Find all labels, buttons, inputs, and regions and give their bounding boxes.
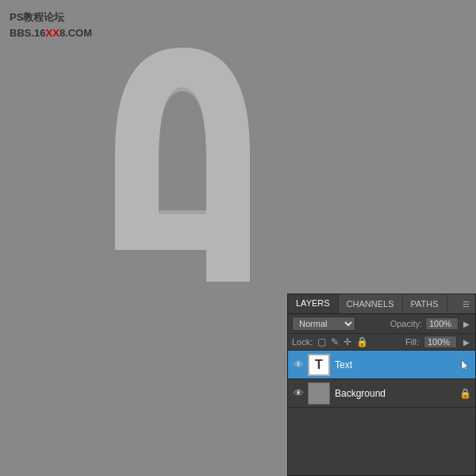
layer-list: 👁 T Text 👁 Background 🔒 xyxy=(288,351,475,475)
layer-item-text[interactable]: 👁 T Text xyxy=(288,351,475,379)
layer-name-text: Text xyxy=(335,359,457,370)
opacity-chevron[interactable]: ▶ xyxy=(462,320,471,328)
opacity-input[interactable]: 100% xyxy=(425,317,459,330)
canvas-area: PS教程论坛 BBS.16XX8.COM 活力盒子 OLIHE.COM LAYE… xyxy=(0,0,476,476)
panel-tabs: LAYERS CHANNELS PATHS ☰ xyxy=(288,294,475,314)
opacity-label: Opacity: xyxy=(390,319,422,328)
blend-mode-select[interactable]: Normal Multiply Screen xyxy=(292,317,355,331)
tab-paths[interactable]: PATHS xyxy=(403,295,447,313)
layer-visibility-background[interactable]: 👁 xyxy=(292,387,305,399)
lock-move-icon[interactable]: ✛ xyxy=(344,336,351,347)
lock-label: Lock: xyxy=(292,337,313,347)
watermark-red: XX xyxy=(46,27,60,39)
tab-layers[interactable]: LAYERS xyxy=(288,294,339,313)
layer-visibility-text[interactable]: 👁 xyxy=(292,359,305,370)
cursor-icon xyxy=(460,359,471,370)
watermark-line1: PS教程论坛 xyxy=(10,10,92,25)
layer-item-background[interactable]: 👁 Background 🔒 xyxy=(288,379,475,408)
fill-input[interactable]: 100% xyxy=(424,336,457,348)
lock-row: Lock: ▢ ✎ ✛ 🔒 Fill: 100% ▶ xyxy=(288,334,475,351)
lock-all-icon[interactable]: 🔒 xyxy=(356,336,368,347)
fill-label: Fill: xyxy=(405,337,419,347)
layer-lock-background: 🔒 xyxy=(459,388,471,399)
layers-panel: LAYERS CHANNELS PATHS ☰ Normal Multiply … xyxy=(287,294,476,476)
layer-thumb-background xyxy=(308,382,330,405)
lock-paint-icon[interactable]: ✎ xyxy=(331,336,339,347)
lock-transparency-icon[interactable]: ▢ xyxy=(317,336,326,347)
tab-channels[interactable]: CHANNELS xyxy=(339,295,403,313)
panel-menu-button[interactable]: ☰ xyxy=(457,296,475,313)
layer-thumb-text: T xyxy=(308,354,330,376)
watermark-prefix: BBS.16 xyxy=(10,27,46,39)
fill-chevron[interactable]: ▶ xyxy=(462,338,471,347)
layer-name-background: Background xyxy=(335,388,459,399)
letter-a-shape xyxy=(71,36,294,282)
blend-mode-row: Normal Multiply Screen Opacity: 100% ▶ xyxy=(288,314,475,334)
